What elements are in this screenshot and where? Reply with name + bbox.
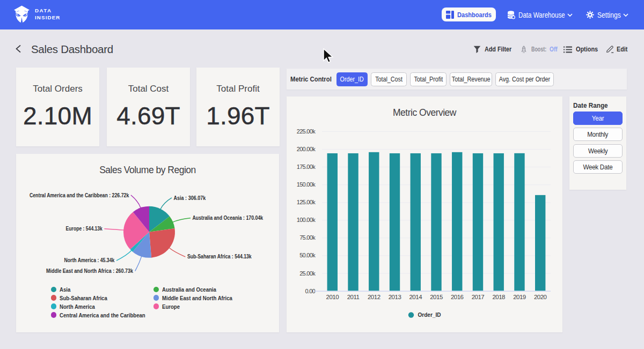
svg-text:2013: 2013	[389, 294, 401, 300]
metric-control-bar: Metric Control Order_ID Total_Cost Total…	[287, 69, 627, 90]
bar-chart-title: Metric Overview	[287, 107, 562, 118]
legend-dot	[153, 295, 159, 301]
kpi-label: Total Profit	[196, 84, 280, 94]
metric-button-avg-cost-per-order[interactable]: Avg. Cost per Order	[495, 72, 554, 86]
page-header: Sales Dashboard Add Filter Boost: Off	[0, 29, 644, 65]
nav-settings[interactable]: Settings	[586, 0, 628, 29]
svg-text:2020: 2020	[534, 294, 547, 300]
svg-text:Sub-Saharan Africa : 544.13k: Sub-Saharan Africa : 544.13k	[187, 253, 252, 259]
date-range-weekly-button[interactable]: Weekly	[573, 144, 623, 158]
database-icon	[507, 11, 515, 19]
date-range-panel: Date Range Year Monthly Weekly Week Date	[569, 96, 626, 190]
kpi-value: 2.10M	[16, 101, 99, 130]
options-label: Options	[576, 46, 596, 53]
bar-chart: 0.0025.00k50.00k75.00k100.00k125.00k150.…	[287, 96, 562, 332]
svg-text:100.00k: 100.00k	[297, 217, 316, 223]
svg-text:2010: 2010	[326, 294, 339, 300]
svg-text:2012: 2012	[368, 294, 380, 300]
date-range-year-button[interactable]: Year	[573, 112, 623, 125]
metric-control-label: Metric Control	[290, 75, 329, 83]
svg-text:175.00k: 175.00k	[297, 164, 316, 170]
svg-text:125.00k: 125.00k	[297, 199, 316, 205]
options-list-icon	[564, 46, 572, 53]
svg-text:2018: 2018	[492, 294, 505, 300]
svg-text:150.00k: 150.00k	[297, 181, 316, 188]
legend-dot	[51, 303, 57, 309]
metric-button-total-cost[interactable]: Total_Cost	[371, 72, 407, 86]
svg-text:2011: 2011	[347, 294, 360, 300]
nav-data-warehouse[interactable]: Data Warehouse	[507, 0, 573, 29]
svg-text:2019: 2019	[513, 294, 526, 300]
rocket-icon	[520, 46, 528, 54]
date-range-week-date-button[interactable]: Week Date	[573, 160, 623, 174]
bar-chart-card: 0.0025.00k50.00k75.00k100.00k125.00k150.…	[287, 96, 562, 332]
boost-label: Boost:	[531, 46, 541, 53]
legend-item: Europe	[153, 303, 183, 310]
kpi-card-total-profit: Total Profit 1.96T	[196, 68, 280, 146]
nav-dashboards-label: Dashboards	[457, 11, 485, 19]
sales-dashboard-app: DATA INSIDER Dashboards	[0, 0, 644, 349]
svg-text:225.00k: 225.00k	[297, 128, 316, 135]
chevron-down-icon	[567, 13, 573, 17]
date-range-label: Date Range	[573, 101, 608, 109]
legend-item: North America	[51, 303, 101, 310]
legend-item: Central America and the Caribbean	[51, 312, 160, 318]
svg-text:North America : 45.34k: North America : 45.34k	[64, 257, 115, 263]
navbar-menu: Dashboards Data Warehouse	[0, 0, 644, 29]
kpi-value: 1.96T	[196, 101, 280, 130]
header-actions: Add Filter Boost: Off	[0, 45, 644, 54]
boost-toggle[interactable]: Boost: Off	[520, 45, 558, 54]
edit-pencil-icon	[606, 45, 614, 54]
svg-text:75.00k: 75.00k	[299, 234, 316, 241]
svg-text:Europe : 544.13k: Europe : 544.13k	[66, 225, 103, 232]
kpi-card-total-orders: Total Orders 2.10M	[16, 68, 99, 146]
legend-dot	[51, 287, 57, 293]
top-navbar: DATA INSIDER Dashboards	[0, 0, 644, 29]
nav-dashboards[interactable]: Dashboards	[442, 8, 496, 21]
svg-text:2014: 2014	[409, 294, 422, 300]
svg-text:Middle East and North Africa :: Middle East and North Africa : 260.73k	[46, 268, 134, 274]
options-button[interactable]: Options	[564, 45, 598, 54]
metric-button-order-id[interactable]: Order_ID	[336, 72, 368, 86]
metric-button-total-revenue[interactable]: Total_Revenue	[450, 72, 492, 86]
edit-label: Edit	[617, 46, 626, 53]
edit-button[interactable]: Edit	[606, 45, 627, 54]
metric-button-total-profit[interactable]: Total_Profit	[410, 72, 447, 86]
legend-item: Australia and Oceania	[153, 286, 226, 293]
svg-text:50.00k: 50.00k	[299, 252, 316, 258]
kpi-label: Total Cost	[107, 84, 190, 94]
date-range-monthly-button[interactable]: Monthly	[573, 128, 623, 141]
pie-chart-title: Sales Volume by Region	[16, 165, 279, 176]
kpi-card-total-cost: Total Cost 4.69T	[107, 68, 190, 146]
legend-item: Asia	[51, 286, 72, 293]
svg-text:Australia and Oceania : 170.04: Australia and Oceania : 170.04k	[193, 214, 264, 221]
dashboards-icon	[446, 11, 454, 19]
legend-dot	[51, 312, 57, 318]
chevron-down-icon	[623, 13, 628, 17]
svg-text:2015: 2015	[430, 294, 443, 300]
boost-value: Off	[550, 46, 556, 53]
legend-dot	[51, 295, 57, 301]
svg-text:Order_ID: Order_ID	[418, 311, 441, 318]
svg-text:2016: 2016	[451, 294, 464, 300]
add-filter-button[interactable]: Add Filter	[473, 45, 512, 54]
kpi-label: Total Orders	[16, 84, 99, 94]
svg-text:Asia : 306.07k: Asia : 306.07k	[174, 195, 206, 201]
legend-item: Middle East and North Africa	[153, 295, 245, 301]
add-filter-label: Add Filter	[485, 46, 508, 53]
pie-chart-card: Asia : 306.07kAustralia and Oceania : 17…	[16, 154, 279, 332]
legend-item: Sub-Saharan Africa	[51, 295, 116, 301]
svg-text:Central America and the Caribb: Central America and the Caribbean : 226.…	[30, 192, 129, 198]
legend-dot	[153, 303, 159, 309]
gear-icon	[586, 11, 594, 19]
svg-text:2017: 2017	[472, 294, 485, 300]
svg-text:200.00k: 200.00k	[297, 146, 316, 152]
svg-text:25.00k: 25.00k	[299, 270, 316, 277]
kpi-value: 4.69T	[107, 101, 190, 130]
legend-dot	[153, 287, 159, 293]
nav-settings-label: Settings	[597, 11, 618, 19]
nav-data-warehouse-label: Data Warehouse	[518, 11, 557, 19]
filter-icon	[473, 46, 481, 53]
